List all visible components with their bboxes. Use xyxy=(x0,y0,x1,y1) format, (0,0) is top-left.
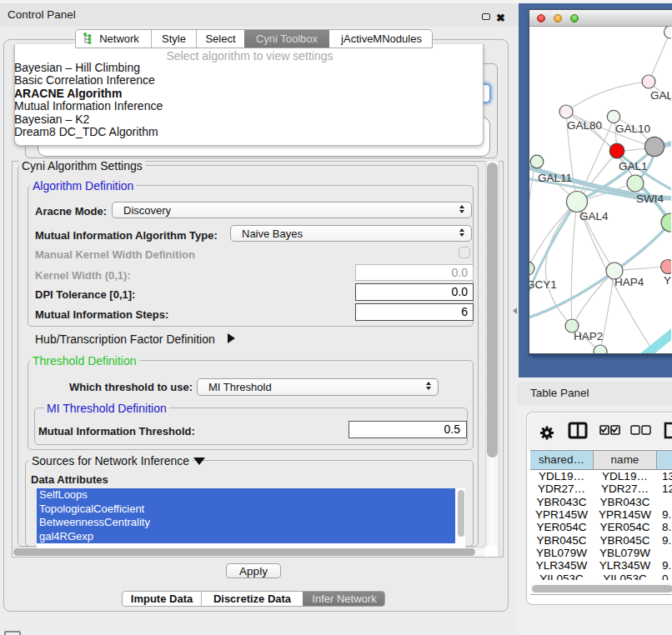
svg-text:GAL1: GAL1 xyxy=(619,160,648,172)
svg-text:YEL: YEL xyxy=(664,274,671,287)
svg-text:HAP2: HAP2 xyxy=(574,330,603,342)
svg-text:HAP4: HAP4 xyxy=(614,276,644,288)
svg-text:GAL7: GAL7 xyxy=(650,89,671,102)
svg-text:SWI4: SWI4 xyxy=(636,192,664,205)
svg-text:GAL80: GAL80 xyxy=(567,119,602,132)
svg-text:GAL4: GAL4 xyxy=(579,210,609,222)
svg-text:GAL10: GAL10 xyxy=(615,122,650,135)
svg-text:GCY1: GCY1 xyxy=(529,278,557,291)
svg-text:GAL11: GAL11 xyxy=(538,172,572,184)
